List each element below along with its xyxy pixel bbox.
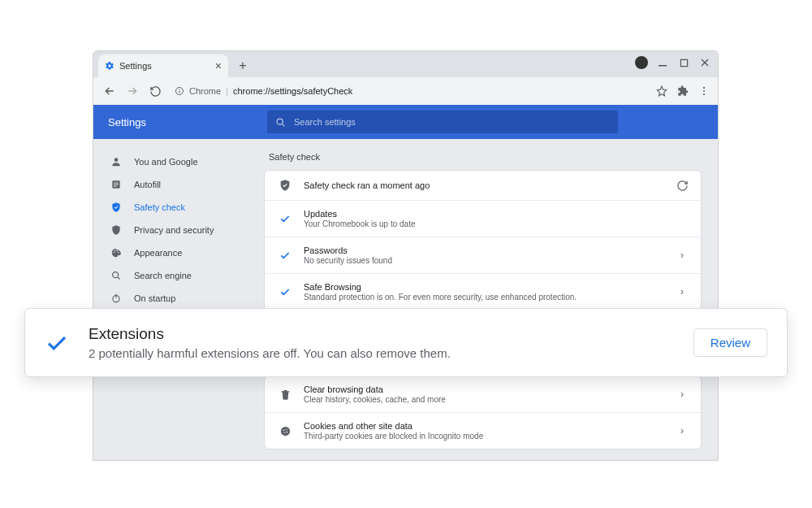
chevron-right-icon: › — [676, 425, 688, 436]
settings-main-panel: Safety check Safety check ran a moment a… — [256, 139, 718, 460]
forward-button[interactable] — [124, 83, 140, 99]
safety-check-passwords-row[interactable]: Passwords No security issues found › — [265, 237, 701, 273]
settings-body: You and Google Autofill Safety check Pri… — [93, 139, 718, 460]
site-info-icon[interactable] — [175, 86, 184, 96]
safety-check-card: Safety check ran a moment ago Updates Yo… — [264, 170, 702, 310]
svg-point-6 — [703, 90, 705, 92]
sidebar-item-label: Privacy and security — [134, 225, 214, 235]
tab-strip: Settings × + — [93, 51, 718, 77]
gear-icon — [105, 61, 114, 71]
sidebar-item-search-engine[interactable]: Search engine — [93, 264, 256, 287]
safety-check-safe-browsing-row[interactable]: Safe Browsing Standard protection is on.… — [265, 273, 701, 310]
search-icon — [275, 117, 286, 128]
svg-point-24 — [286, 431, 287, 432]
svg-rect-1 — [680, 59, 687, 66]
safety-check-header-row: Safety check ran a moment ago — [265, 171, 701, 200]
svg-point-5 — [703, 87, 705, 89]
svg-point-8 — [277, 119, 283, 124]
settings-title: Settings — [108, 116, 244, 128]
unknown-dot-icon[interactable] — [635, 56, 648, 69]
svg-rect-11 — [114, 183, 119, 184]
maximize-icon[interactable] — [677, 56, 690, 69]
chevron-right-icon: › — [676, 389, 688, 400]
svg-point-14 — [114, 252, 115, 254]
sidebar-item-privacy[interactable]: Privacy and security — [93, 219, 256, 241]
svg-rect-4 — [179, 91, 180, 93]
power-icon — [110, 293, 123, 304]
sidebar-item-label: Safety check — [134, 202, 185, 212]
chevron-right-icon: › — [676, 286, 688, 297]
browser-tab-settings[interactable]: Settings × — [98, 54, 228, 77]
shield-check-icon — [110, 202, 123, 213]
svg-rect-13 — [114, 186, 117, 187]
row-title: Updates — [304, 209, 688, 219]
tab-title: Settings — [119, 61, 152, 71]
safety-check-updates-row[interactable]: Updates Your Chromebook is up to date — [265, 200, 701, 237]
row-title: Cookies and other site data — [304, 421, 665, 431]
rerun-safety-check-button[interactable] — [676, 180, 688, 192]
row-subtitle: Third-party cookies are blocked in Incog… — [304, 432, 665, 441]
person-icon — [110, 156, 123, 167]
address-bar[interactable]: Chrome | chrome://settings/safetyCheck — [170, 81, 650, 101]
search-placeholder: Search settings — [294, 117, 356, 127]
row-subtitle: Clear history, cookies, cache, and more — [304, 395, 665, 404]
svg-rect-0 — [659, 65, 667, 67]
sidebar-item-autofill[interactable]: Autofill — [93, 173, 256, 196]
sidebar-item-safety-check[interactable]: Safety check — [93, 196, 256, 219]
sidebar-item-on-startup[interactable]: On startup — [93, 287, 256, 310]
review-button[interactable]: Review — [693, 328, 767, 357]
bookmark-star-icon[interactable] — [656, 85, 667, 97]
row-title: Passwords — [304, 245, 665, 255]
palette-icon — [110, 247, 123, 258]
address-separator: | — [226, 86, 228, 96]
sidebar-item-label: On startup — [134, 293, 175, 303]
cookie-icon — [278, 425, 292, 437]
svg-rect-12 — [114, 185, 119, 185]
close-window-icon[interactable] — [698, 56, 711, 69]
sidebar-item-label: Autofill — [134, 180, 161, 189]
close-icon[interactable]: × — [215, 59, 222, 72]
extensions-callout: Extensions 2 potentially harmful extensi… — [24, 308, 788, 377]
svg-point-16 — [117, 250, 119, 252]
clear-browsing-data-row[interactable]: Clear browsing data Clear history, cooki… — [265, 376, 701, 412]
browser-window: Settings × + Chrome | chrome://settings/… — [93, 50, 719, 461]
svg-point-17 — [118, 252, 119, 254]
sidebar-item-appearance[interactable]: Appearance — [93, 241, 256, 264]
svg-point-22 — [286, 429, 287, 430]
svg-point-15 — [114, 250, 116, 252]
svg-point-7 — [703, 93, 705, 95]
back-button[interactable] — [102, 83, 118, 99]
search-icon — [110, 270, 123, 281]
menu-dots-icon[interactable] — [698, 85, 710, 97]
new-tab-button[interactable]: + — [233, 56, 253, 76]
svg-point-20 — [280, 426, 289, 435]
address-chrome-label: Chrome — [189, 86, 221, 96]
settings-page: Settings Search settings You and Google … — [93, 105, 718, 460]
row-title: Clear browsing data — [304, 384, 665, 394]
svg-point-3 — [179, 89, 179, 89]
check-icon — [278, 249, 292, 262]
search-settings-input[interactable]: Search settings — [267, 111, 618, 133]
sidebar-item-you-and-google[interactable]: You and Google — [93, 150, 256, 173]
reload-button[interactable] — [147, 83, 163, 99]
autofill-icon — [110, 179, 123, 190]
row-subtitle: Your Chromebook is up to date — [304, 219, 688, 228]
safety-check-heading: Safety check — [264, 152, 702, 162]
minimize-icon[interactable] — [656, 56, 669, 69]
cookies-row[interactable]: Cookies and other site data Third-party … — [265, 412, 701, 449]
check-icon — [278, 212, 292, 225]
privacy-card: Clear browsing data Clear history, cooki… — [264, 376, 702, 449]
safety-check-header-title: Safety check ran a moment ago — [304, 180, 665, 190]
svg-point-21 — [283, 429, 284, 431]
window-controls — [635, 56, 711, 69]
check-icon — [45, 331, 69, 355]
row-subtitle: No security issues found — [304, 256, 665, 265]
trash-icon — [278, 389, 292, 401]
sidebar-item-label: Search engine — [134, 271, 192, 280]
settings-sidebar: You and Google Autofill Safety check Pri… — [93, 139, 256, 460]
settings-header: Settings Search settings — [93, 105, 718, 139]
svg-point-18 — [113, 272, 119, 278]
callout-subtitle: 2 potentially harmful extensions are off… — [89, 346, 674, 360]
extensions-icon[interactable] — [677, 85, 689, 97]
callout-title: Extensions — [89, 325, 674, 343]
